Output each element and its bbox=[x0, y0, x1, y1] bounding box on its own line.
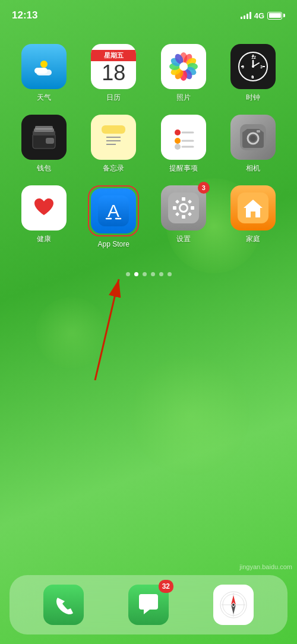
svg-point-28 bbox=[252, 65, 254, 68]
page-dot-5 bbox=[159, 272, 163, 276]
settings-icon bbox=[168, 192, 199, 223]
watermark-line1: jingyan.baidu.com bbox=[239, 563, 292, 572]
svg-rect-59 bbox=[182, 215, 185, 219]
svg-text:6: 6 bbox=[251, 75, 254, 79]
svg-rect-35 bbox=[102, 125, 125, 134]
svg-rect-49 bbox=[257, 130, 260, 132]
messages-icon bbox=[135, 592, 162, 618]
svg-point-42 bbox=[175, 138, 181, 144]
messages-badge: 32 bbox=[159, 580, 173, 593]
camera-icon bbox=[238, 122, 268, 153]
settings-label: 设置 bbox=[176, 234, 191, 244]
page-dot-2 bbox=[134, 272, 138, 276]
app-weather[interactable]: 天气 bbox=[12, 44, 76, 103]
weather-label: 天气 bbox=[37, 93, 51, 103]
battery-icon bbox=[267, 12, 285, 20]
phone-icon bbox=[52, 593, 75, 617]
app-photos[interactable]: 照片 bbox=[151, 44, 216, 103]
dock-safari[interactable] bbox=[213, 585, 254, 625]
settings-badge: 3 bbox=[198, 182, 210, 194]
svg-point-0 bbox=[40, 61, 48, 68]
safari-icon bbox=[218, 589, 249, 620]
svg-point-48 bbox=[250, 135, 256, 141]
appstore-label: App Store bbox=[98, 240, 129, 248]
signal-bars-icon bbox=[241, 12, 251, 19]
clock-icon: 12 3 6 9 bbox=[238, 51, 268, 82]
svg-point-44 bbox=[175, 144, 181, 150]
health-label: 健康 bbox=[37, 234, 51, 244]
svg-point-57 bbox=[181, 205, 187, 211]
home-icon bbox=[238, 192, 268, 223]
network-label: 4G bbox=[254, 11, 264, 20]
status-bar: 12:13 4G bbox=[0, 0, 297, 26]
calendar-header: 星期五 bbox=[91, 50, 136, 61]
svg-rect-33 bbox=[35, 126, 53, 130]
home-label: 家庭 bbox=[246, 234, 260, 244]
page-dot-1 bbox=[126, 272, 130, 276]
watermark: jingyan.baidu.com bbox=[239, 563, 292, 572]
page-dots bbox=[0, 266, 297, 282]
app-clock[interactable]: 12 3 6 9 时钟 bbox=[222, 44, 286, 103]
page-dot-3 bbox=[143, 272, 147, 276]
svg-rect-60 bbox=[173, 206, 176, 210]
app-appstore[interactable]: A App Store bbox=[82, 185, 146, 248]
dock: 32 bbox=[10, 575, 287, 634]
svg-rect-58 bbox=[182, 197, 185, 201]
calendar-label: 日历 bbox=[106, 93, 121, 103]
svg-rect-2 bbox=[34, 68, 48, 74]
dock-messages[interactable]: 32 bbox=[128, 585, 169, 625]
calendar-day: 18 bbox=[102, 61, 125, 84]
reminders-icon bbox=[168, 122, 199, 153]
appstore-icon: A bbox=[98, 195, 129, 226]
app-settings[interactable]: 3 设置 bbox=[151, 185, 216, 248]
svg-text:9: 9 bbox=[242, 65, 244, 69]
svg-point-16 bbox=[179, 62, 188, 71]
phone-icon-bg bbox=[43, 585, 84, 625]
svg-text:12: 12 bbox=[251, 55, 256, 59]
svg-text:3: 3 bbox=[260, 65, 263, 69]
app-store-highlight-box: A bbox=[88, 185, 139, 236]
photos-label: 照片 bbox=[176, 93, 191, 103]
notes-icon bbox=[98, 122, 129, 153]
app-health[interactable]: 健康 bbox=[12, 185, 76, 248]
svg-rect-31 bbox=[46, 138, 54, 144]
safari-icon-bg bbox=[213, 585, 254, 625]
app-grid: 天气 星期五 18 日历 bbox=[0, 32, 297, 260]
notes-label: 备忘录 bbox=[103, 163, 124, 173]
wallet-label: 钱包 bbox=[37, 163, 51, 173]
app-notes[interactable]: 备忘录 bbox=[82, 115, 146, 173]
wallet-icon bbox=[29, 122, 59, 152]
svg-point-76 bbox=[232, 604, 235, 606]
page-dot-6 bbox=[168, 272, 172, 276]
status-icons: 4G bbox=[241, 11, 285, 20]
app-wallet[interactable]: 钱包 bbox=[12, 115, 76, 173]
app-reminders[interactable]: 提醒事项 bbox=[151, 115, 216, 173]
app-camera[interactable]: 相机 bbox=[222, 115, 286, 173]
svg-text:A: A bbox=[108, 201, 119, 220]
status-time: 12:13 bbox=[12, 10, 37, 21]
camera-label: 相机 bbox=[246, 163, 260, 173]
health-icon bbox=[29, 192, 59, 223]
svg-point-40 bbox=[175, 130, 181, 135]
app-home[interactable]: 家庭 bbox=[222, 185, 286, 248]
svg-line-68 bbox=[95, 279, 119, 380]
dock-phone[interactable] bbox=[43, 585, 84, 625]
reminders-label: 提醒事项 bbox=[169, 163, 198, 173]
app-calendar[interactable]: 星期五 18 日历 bbox=[82, 44, 146, 103]
weather-icon bbox=[31, 53, 57, 80]
arrow-annotation bbox=[59, 267, 154, 386]
svg-rect-61 bbox=[191, 206, 194, 210]
photos-icon bbox=[168, 50, 200, 83]
page-dot-4 bbox=[151, 272, 155, 276]
clock-label: 时钟 bbox=[246, 93, 260, 103]
